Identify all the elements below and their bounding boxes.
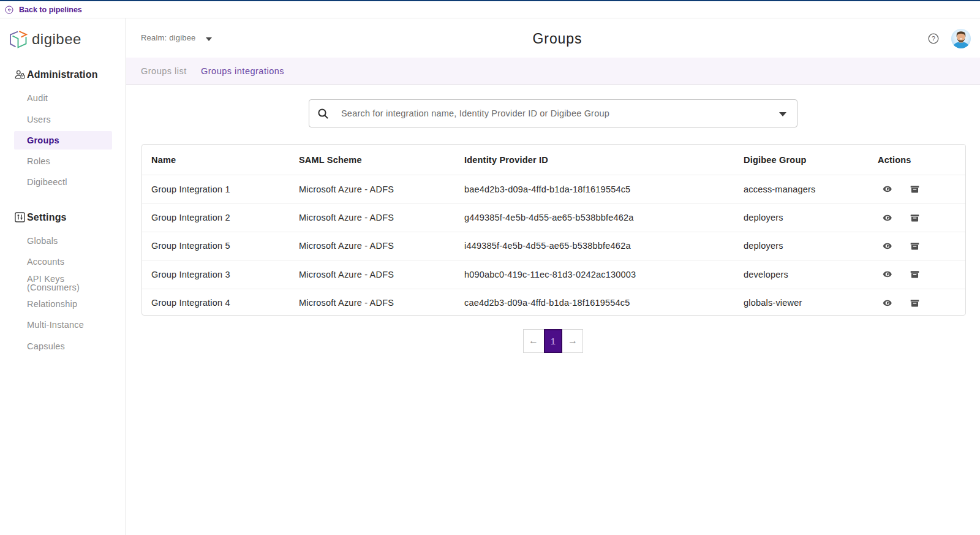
svg-text:?: ?	[932, 35, 935, 42]
